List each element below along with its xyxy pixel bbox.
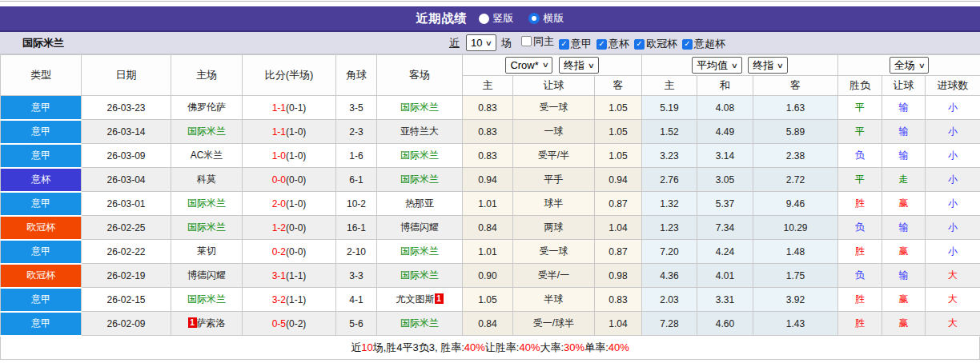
filter-checkbox-label: 欧冠杯 bbox=[646, 37, 677, 51]
team-link[interactable]: 国际米兰 bbox=[400, 102, 439, 113]
euro-draw-odds: 4.60 bbox=[697, 312, 753, 336]
layout-radio-label: 横版 bbox=[544, 11, 564, 26]
euro-source-select[interactable]: 平均值 ∨ bbox=[692, 57, 742, 74]
team-link[interactable]: 国际米兰 bbox=[400, 317, 439, 329]
col-header-away: 客场 bbox=[377, 55, 463, 96]
team-link[interactable]: 国际米兰 bbox=[187, 197, 226, 209]
radio-icon[interactable] bbox=[479, 14, 489, 24]
asia-index-value: 终指 bbox=[564, 58, 584, 73]
home-team: 国际米兰 bbox=[171, 288, 243, 312]
result-cell: 平 bbox=[838, 96, 882, 120]
chevron-down-icon: ∨ bbox=[588, 62, 595, 70]
titlebar: 近期战绩 竖版横版 bbox=[0, 6, 980, 32]
league-badge: 欧冠杯 bbox=[1, 264, 82, 288]
handicap-result-cell: 输 bbox=[882, 96, 926, 120]
filter-checkbox-1[interactable]: ✓意甲 bbox=[559, 37, 592, 51]
asia-home-odds: 0.90 bbox=[463, 264, 513, 288]
corner-score: 10-2 bbox=[336, 192, 377, 216]
asia-home-odds: 0.83 bbox=[463, 96, 513, 120]
league-checkbox-group: 同主✓意甲✓意杯✓欧冠杯✓意超杯 bbox=[515, 34, 725, 52]
fulltime-score: 3-2 bbox=[272, 294, 286, 305]
asia-source-select[interactable]: Crow* ∨ bbox=[505, 57, 552, 74]
team-link[interactable]: 莱切 bbox=[197, 245, 216, 257]
team-link[interactable]: 国际米兰 bbox=[187, 126, 226, 137]
layout-radio-option-1[interactable]: 横版 bbox=[528, 11, 564, 26]
euro-index-select[interactable]: 终指 ∨ bbox=[748, 57, 788, 74]
team-link[interactable]: 国际米兰 bbox=[187, 221, 226, 233]
asia-odds-select-group: Crow* ∨ 终指 ∨ bbox=[463, 55, 642, 76]
team-link[interactable]: 国际米兰 bbox=[400, 150, 439, 161]
summary-line: 近10场,胜4平3负3, 胜率:40% 让胜率:40% 大率:30% 单率:40… bbox=[0, 337, 980, 360]
euro-away-odds: 1.43 bbox=[753, 312, 838, 336]
team-link[interactable]: 热那亚 bbox=[405, 197, 434, 209]
home-team: 1萨索洛 bbox=[171, 312, 243, 336]
near-link[interactable]: 近 bbox=[449, 36, 460, 50]
match-date: 26-02-19 bbox=[82, 264, 171, 288]
asia-home-odds: 1.01 bbox=[463, 192, 513, 216]
top-strip bbox=[0, 0, 980, 6]
asia-home-odds: 0.83 bbox=[463, 120, 513, 144]
match-row: 意甲26-03-23佛罗伦萨1-1(0-1)3-5国际米兰0.83受一球1.05… bbox=[1, 96, 980, 120]
asia-handicap: 受一/球半 bbox=[513, 312, 595, 336]
asia-away-odds: 0.87 bbox=[595, 192, 642, 216]
handicap-result-cell: 赢 bbox=[882, 240, 926, 264]
team-link[interactable]: 博德闪耀 bbox=[187, 269, 226, 281]
team-link[interactable]: 萨索洛 bbox=[197, 317, 226, 329]
checkbox-checked-icon[interactable]: ✓ bbox=[596, 39, 607, 50]
euro-draw-odds: 3.05 bbox=[697, 168, 753, 192]
filter-checkbox-0[interactable]: 同主 bbox=[521, 34, 554, 49]
checkbox-checked-icon[interactable]: ✓ bbox=[634, 39, 645, 50]
checkbox-checked-icon[interactable]: ✓ bbox=[559, 39, 569, 50]
filter-checkbox-3[interactable]: ✓欧冠杯 bbox=[634, 37, 677, 51]
goals-result-cell: 大 bbox=[926, 264, 980, 288]
team-link[interactable]: 博德闪耀 bbox=[400, 221, 439, 233]
euro-draw-odds: 4.01 bbox=[697, 264, 753, 288]
away-team: 博德闪耀 bbox=[377, 216, 463, 240]
euro-away-odds: 2.38 bbox=[753, 144, 838, 168]
radio-checked-icon[interactable] bbox=[528, 13, 540, 24]
team-link[interactable]: 国际米兰 bbox=[400, 245, 439, 257]
team-link[interactable]: 佛罗伦萨 bbox=[187, 102, 226, 113]
halftime-score: (0-0) bbox=[286, 222, 306, 233]
match-date: 26-02-09 bbox=[82, 312, 171, 336]
league-badge: 意甲 bbox=[1, 312, 82, 336]
scope-select[interactable]: 全场 ∨ bbox=[890, 57, 930, 74]
match-score: 1-1(1-0) bbox=[243, 120, 336, 144]
filter-checkbox-2[interactable]: ✓意杯 bbox=[596, 37, 629, 51]
checkbox-icon[interactable] bbox=[521, 36, 532, 46]
league-badge: 意甲 bbox=[1, 96, 82, 120]
summary-stat-label: 让胜率: bbox=[485, 341, 520, 355]
team-link[interactable]: 亚特兰大 bbox=[400, 126, 439, 137]
halftime-score: (1-0) bbox=[286, 198, 306, 209]
euro-away-odds: 1.48 bbox=[753, 240, 838, 264]
team-link[interactable]: 科莫 bbox=[197, 174, 216, 185]
asia-home-odds: 0.83 bbox=[463, 144, 513, 168]
fulltime-score: 0-0 bbox=[272, 174, 286, 185]
asia-away-odds: 0.94 bbox=[595, 168, 642, 192]
euro-away-odds: 10.29 bbox=[753, 216, 838, 240]
asia-source-value: Crow* bbox=[510, 59, 538, 71]
col-header-euro-away: 客 bbox=[753, 76, 838, 96]
euro-source-value: 平均值 bbox=[697, 58, 728, 73]
goals-result-cell: 小 bbox=[926, 96, 980, 120]
filter-checkbox-4[interactable]: ✓意超杯 bbox=[682, 37, 725, 51]
asia-index-select[interactable]: 终指 ∨ bbox=[559, 57, 599, 74]
team-link[interactable]: AC米兰 bbox=[191, 150, 223, 161]
summary-stat-value: 40% bbox=[519, 341, 540, 353]
match-count-select[interactable]: 10 ∨ bbox=[466, 34, 496, 51]
team-link[interactable]: 尤文图斯 bbox=[396, 293, 435, 305]
corner-score: 6-1 bbox=[336, 168, 377, 192]
checkbox-checked-icon[interactable]: ✓ bbox=[682, 39, 693, 50]
result-cell: 胜 bbox=[838, 312, 882, 336]
team-link[interactable]: 国际米兰 bbox=[187, 293, 226, 305]
away-team: 热那亚 bbox=[377, 192, 463, 216]
panel-title: 近期战绩 bbox=[416, 11, 468, 26]
match-score: 1-1(0-1) bbox=[243, 96, 336, 120]
team-link[interactable]: 国际米兰 bbox=[400, 269, 439, 281]
euro-home-odds: 7.28 bbox=[642, 312, 697, 336]
asia-away-odds: 0.87 bbox=[595, 240, 642, 264]
team-link[interactable]: 国际米兰 bbox=[400, 174, 439, 185]
asia-away-odds: 1.05 bbox=[595, 120, 642, 144]
home-team: 佛罗伦萨 bbox=[171, 96, 243, 120]
layout-radio-option-0[interactable]: 竖版 bbox=[479, 11, 514, 26]
